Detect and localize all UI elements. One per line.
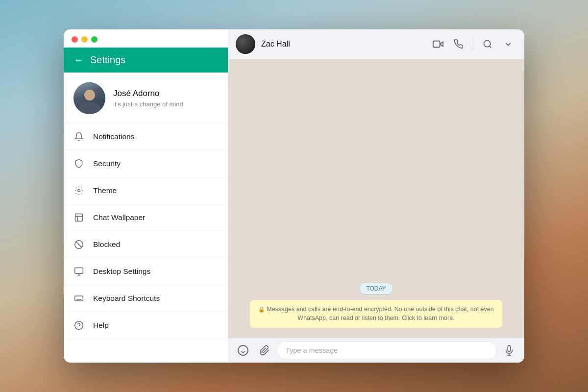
- profile-status: it's just a change of mind: [113, 100, 183, 108]
- emoji-button[interactable]: [235, 342, 251, 359]
- profile-info: José Adorno it's just a change of mind: [113, 89, 183, 108]
- profile-section[interactable]: José Adorno it's just a change of mind: [64, 73, 228, 123]
- encryption-text: Messages and calls are end-to-end encryp…: [267, 306, 493, 322]
- chat-background: [228, 59, 524, 338]
- settings-panel: ← Settings José Adorno it's just a chang…: [64, 29, 228, 363]
- settings-header: ← Settings: [64, 48, 228, 73]
- video-call-button[interactable]: [430, 36, 446, 52]
- chat-body: TODAY 🔒Messages and calls are end-to-end…: [228, 59, 524, 338]
- help-label: Help: [93, 321, 109, 330]
- search-button[interactable]: [479, 36, 496, 52]
- svg-rect-4: [75, 268, 83, 274]
- chat-footer: [228, 338, 524, 363]
- blocked-icon: [74, 239, 84, 250]
- profile-name: José Adorno: [113, 89, 183, 98]
- notifications-label: Notifications: [93, 132, 134, 141]
- menu-item-help[interactable]: Help: [64, 312, 228, 339]
- back-button[interactable]: ←: [74, 54, 83, 66]
- bell-icon: [74, 131, 84, 142]
- security-label: Security: [93, 159, 121, 168]
- blocked-label: Blocked: [93, 240, 120, 249]
- mic-button[interactable]: [501, 342, 517, 359]
- svg-point-13: [75, 321, 83, 330]
- shield-icon: [74, 158, 84, 169]
- menu-item-security[interactable]: Security: [64, 150, 228, 177]
- svg-point-19: [238, 345, 248, 355]
- menu-item-chat-wallpaper[interactable]: Chat Wallpaper: [64, 204, 228, 231]
- chat-avatar-image: [236, 34, 255, 54]
- close-button[interactable]: [72, 36, 78, 43]
- settings-title: Settings: [90, 54, 125, 66]
- message-input[interactable]: [278, 342, 496, 359]
- settings-menu: Notifications Security Theme: [64, 123, 228, 363]
- menu-item-blocked[interactable]: Blocked: [64, 231, 228, 258]
- today-badge: TODAY: [236, 283, 516, 294]
- wallpaper-label: Chat Wallpaper: [93, 213, 145, 222]
- window-controls: [64, 29, 228, 48]
- menu-item-keyboard-shortcuts[interactable]: Keyboard Shortcuts: [64, 285, 228, 312]
- desktop-icon: [74, 266, 84, 277]
- encryption-notice[interactable]: 🔒Messages and calls are end-to-end encry…: [250, 300, 503, 328]
- maximize-button[interactable]: [91, 36, 98, 43]
- chat-contact-name: Zac Hall: [261, 40, 424, 49]
- voice-call-button[interactable]: [450, 36, 467, 52]
- help-icon: [74, 320, 84, 331]
- svg-line-3: [76, 242, 82, 247]
- app-window: ← Settings José Adorno it's just a chang…: [64, 29, 524, 363]
- svg-line-18: [490, 46, 491, 48]
- svg-point-0: [78, 190, 80, 192]
- svg-marker-15: [440, 42, 443, 46]
- wallpaper-icon: [74, 212, 84, 223]
- menu-item-theme[interactable]: Theme: [64, 177, 228, 204]
- menu-item-notifications[interactable]: Notifications: [64, 123, 228, 150]
- svg-rect-1: [75, 214, 83, 221]
- chat-avatar[interactable]: [236, 34, 255, 54]
- more-options-button[interactable]: [500, 36, 516, 52]
- today-label: TODAY: [360, 283, 392, 294]
- svg-point-17: [484, 41, 490, 47]
- attachment-button[interactable]: [256, 342, 273, 359]
- avatar-image: [74, 82, 105, 114]
- header-divider: [473, 38, 473, 50]
- chat-actions: [430, 36, 516, 52]
- lock-icon: 🔒: [258, 306, 265, 312]
- desktop-settings-label: Desktop Settings: [93, 267, 150, 276]
- avatar: [74, 82, 105, 114]
- chat-panel: Zac Hall: [228, 29, 524, 363]
- theme-label: Theme: [93, 186, 117, 195]
- svg-rect-7: [75, 296, 83, 301]
- svg-rect-16: [433, 41, 440, 48]
- chat-header: Zac Hall: [228, 29, 524, 59]
- theme-icon: [74, 185, 84, 196]
- keyboard-icon: [74, 293, 84, 304]
- minimize-button[interactable]: [81, 36, 88, 43]
- keyboard-shortcuts-label: Keyboard Shortcuts: [93, 294, 160, 303]
- menu-item-desktop-settings[interactable]: Desktop Settings: [64, 258, 228, 285]
